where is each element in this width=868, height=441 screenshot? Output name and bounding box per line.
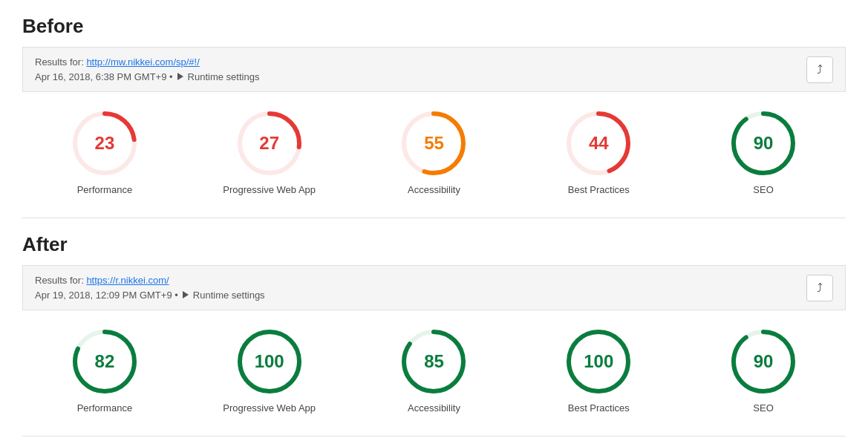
info-bar: Results for: https://r.nikkei.com/ Apr 1…: [22, 265, 846, 310]
score-value-bp: 100: [584, 351, 613, 372]
score-label-seo: SEO: [753, 402, 773, 414]
score-label-acc: Accessibility: [408, 184, 460, 195]
score-label-pwa: Progressive Web App: [223, 402, 316, 414]
score-circle-bp: 44: [565, 110, 632, 177]
score-circle-acc: 85: [400, 328, 467, 395]
section-divider: [22, 436, 846, 437]
date-runtime: Apr 19, 2018, 12:09 PM GMT+9 • Runtime s…: [35, 288, 265, 303]
share-button[interactable]: ⤴: [806, 275, 833, 301]
info-bar-content: Results for: https://r.nikkei.com/ Apr 1…: [35, 273, 265, 302]
score-item-perf: 23 Performance: [22, 110, 187, 195]
runtime-label: Runtime settings: [188, 70, 260, 85]
scores-row: 23 Performance 27 Progressive Web App: [22, 110, 846, 195]
score-label-pwa: Progressive Web App: [223, 184, 316, 195]
results-url[interactable]: https://r.nikkei.com/: [86, 275, 169, 286]
section-divider: [22, 218, 846, 218]
score-value-acc: 55: [424, 133, 444, 154]
section-title: After: [22, 233, 846, 256]
score-circle-pwa: 100: [236, 328, 303, 395]
score-label-seo: SEO: [753, 184, 773, 195]
runtime-arrow-icon: [183, 291, 189, 298]
score-label-bp: Best Practices: [568, 402, 630, 414]
score-value-seo: 90: [754, 133, 774, 154]
score-label-acc: Accessibility: [408, 402, 460, 414]
score-item-bp: 100 Best Practices: [516, 328, 681, 414]
score-circle-bp: 100: [565, 328, 632, 395]
score-item-seo: 90 SEO: [681, 328, 846, 414]
runtime-label: Runtime settings: [193, 288, 265, 303]
score-item-pwa: 100 Progressive Web App: [187, 328, 352, 414]
info-bar: Results for: http://mw.nikkei.com/sp/#!/…: [22, 47, 846, 92]
section-after: After Results for: https://r.nikkei.com/…: [22, 233, 846, 414]
section-title: Before: [22, 15, 846, 38]
score-circle-pwa: 27: [236, 110, 303, 177]
score-circle-perf: 82: [71, 328, 138, 395]
score-circle-perf: 23: [71, 110, 138, 177]
date-text: Apr 19, 2018, 12:09 PM GMT+9 •: [35, 288, 178, 303]
score-item-bp: 44 Best Practices: [516, 110, 681, 195]
score-value-pwa: 27: [259, 133, 279, 154]
score-item-pwa: 27 Progressive Web App: [187, 110, 352, 195]
score-value-perf: 82: [95, 351, 115, 372]
results-url[interactable]: http://mw.nikkei.com/sp/#!/: [86, 56, 199, 68]
score-circle-seo: 90: [730, 328, 797, 395]
runtime-arrow-icon: [177, 73, 183, 80]
score-value-pwa: 100: [255, 351, 284, 372]
score-circle-acc: 55: [400, 110, 467, 177]
score-item-acc: 55 Accessibility: [352, 110, 517, 195]
score-value-bp: 44: [589, 133, 609, 154]
score-value-acc: 85: [424, 351, 444, 372]
section-before: Before Results for: http://mw.nikkei.com…: [22, 15, 846, 195]
score-item-acc: 85 Accessibility: [352, 328, 517, 414]
results-for: Results for: https://r.nikkei.com/: [35, 273, 265, 288]
score-label-bp: Best Practices: [568, 184, 630, 195]
results-for: Results for: http://mw.nikkei.com/sp/#!/: [35, 55, 259, 70]
score-item-seo: 90 SEO: [681, 110, 846, 195]
score-label-perf: Performance: [77, 402, 132, 414]
scores-row: 82 Performance 100 Progressive Web App: [22, 328, 846, 414]
date-runtime: Apr 16, 2018, 6:38 PM GMT+9 • Runtime se…: [35, 70, 259, 85]
score-circle-seo: 90: [730, 110, 797, 177]
score-value-seo: 90: [754, 351, 774, 372]
score-item-perf: 82 Performance: [22, 328, 187, 414]
results-label: Results for:: [35, 56, 84, 68]
score-value-perf: 23: [95, 133, 115, 154]
info-bar-content: Results for: http://mw.nikkei.com/sp/#!/…: [35, 55, 259, 84]
results-label: Results for:: [35, 275, 84, 286]
share-button[interactable]: ⤴: [806, 56, 833, 83]
score-label-perf: Performance: [77, 184, 132, 195]
date-text: Apr 16, 2018, 6:38 PM GMT+9 •: [35, 70, 173, 85]
